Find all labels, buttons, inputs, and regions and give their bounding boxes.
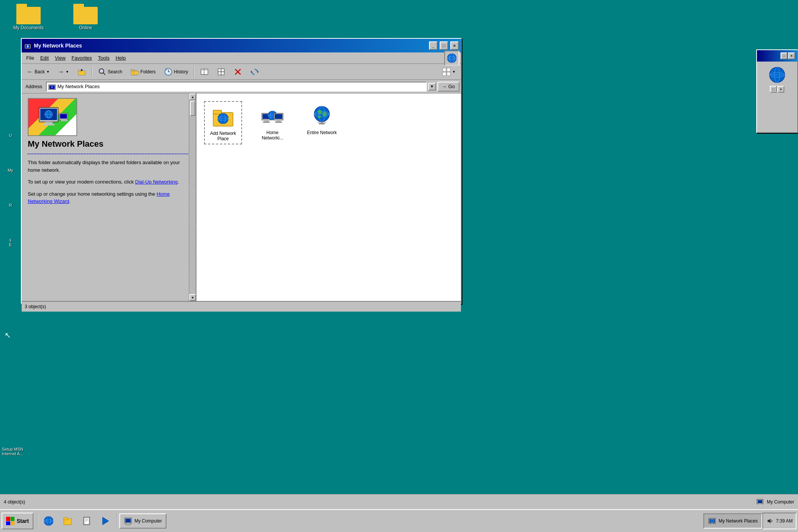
toolbar-sep-2 [194, 66, 195, 77]
stop-button[interactable] [230, 65, 246, 78]
forward-arrow-icon: → [58, 68, 64, 75]
svg-rect-61 [263, 122, 270, 123]
go-button[interactable]: → Go [437, 82, 459, 92]
second-window-buttons: □ × [770, 86, 784, 93]
svg-rect-27 [218, 72, 221, 75]
second-window-btn-1[interactable]: □ [770, 86, 777, 93]
history-button[interactable]: History [160, 65, 192, 78]
panel-description: This folder automatically displays the s… [22, 159, 196, 210]
panel-network-icon-bg [28, 98, 77, 136]
toolbar-btn-extra2[interactable] [213, 65, 229, 78]
address-icon [48, 83, 56, 90]
menu-file[interactable]: File [23, 54, 37, 62]
svg-rect-16 [131, 70, 134, 71]
svg-rect-35 [443, 72, 446, 76]
file-icon-add-network-place[interactable]: Add NetworkPlace [204, 101, 242, 144]
svg-rect-87 [64, 518, 68, 520]
start-label: Start [17, 518, 29, 524]
my-network-places-taskbar-icon [708, 517, 716, 525]
svg-rect-89 [84, 518, 89, 524]
svg-rect-50 [61, 120, 68, 121]
folder-icon [16, 4, 41, 25]
desktop-icon-online[interactable]: Online [68, 4, 103, 30]
svg-rect-28 [221, 72, 224, 75]
add-network-place-icon [211, 104, 235, 128]
start-button[interactable]: Start [2, 513, 33, 529]
second-window-btn-2[interactable]: × [777, 86, 784, 93]
file-icon-entire-network[interactable]: Entire Network [303, 101, 341, 144]
quick-launch-files[interactable] [78, 513, 97, 529]
desktop-icon-online-label: Online [79, 25, 92, 30]
taskbar-my-computer-label: My Computer [135, 518, 162, 524]
desktop-icon-my-documents[interactable]: My Documents [11, 4, 46, 30]
desktop-partial-r: R [0, 203, 21, 207]
stop-icon [234, 68, 242, 76]
file-icon-home-networking[interactable]: Home Networki... [253, 101, 291, 144]
desktop-partial-my: My [0, 168, 21, 173]
taskbar-my-network-places-label: My Network Places [719, 518, 758, 524]
scrollbar-up-arrow[interactable]: ▲ [189, 93, 196, 100]
scrollbar-track[interactable] [189, 100, 196, 294]
svg-point-3 [27, 46, 28, 47]
quick-launch-media[interactable] [97, 513, 116, 529]
menu-edit[interactable]: Edit [37, 54, 52, 62]
media-taskbar-icon [100, 516, 111, 526]
volume-icon[interactable] [766, 517, 774, 525]
svg-point-40 [52, 87, 52, 87]
second-window-close[interactable]: × [788, 52, 795, 59]
desktop-icon-my-documents-label: My Documents [13, 25, 44, 30]
files-taskbar-icon [81, 516, 92, 526]
scrollbar-thumb[interactable] [190, 101, 195, 116]
forward-button[interactable]: → ▼ [54, 65, 73, 78]
svg-rect-26 [221, 69, 224, 72]
search-button[interactable]: Search [94, 65, 126, 78]
panel-desc-3: Set up or change your home networking se… [28, 190, 190, 205]
second-window-content: □ × [757, 62, 797, 132]
maximize-button[interactable]: □ [440, 41, 448, 50]
window-title-icon [24, 42, 32, 49]
desktop-partial-li: liE [0, 238, 21, 247]
svg-rect-96 [127, 523, 130, 524]
taskbar-my-network-places[interactable]: My Network Places [703, 513, 762, 529]
taskbar-my-computer[interactable]: My Computer [119, 513, 166, 529]
panel-desc-2-prefix: To set up or view your modem connections… [28, 179, 135, 185]
quick-launch-ie[interactable] [40, 513, 59, 529]
quick-launch-explorer[interactable] [59, 513, 78, 529]
toolbar-btn-extra1[interactable] [196, 65, 212, 78]
back-button[interactable]: ← Back ▼ [23, 65, 54, 78]
close-button[interactable]: × [450, 41, 459, 50]
address-input-wrapper [46, 82, 427, 92]
view-dropdown-icon: ▼ [452, 70, 456, 74]
up-button[interactable] [74, 65, 90, 78]
menu-tools[interactable]: Tools [95, 54, 112, 62]
panel-network-svg [33, 100, 71, 134]
refresh-button[interactable] [247, 65, 263, 78]
status-text: 3 object(s) [25, 304, 46, 309]
system-time: 7:39 AM [776, 518, 793, 524]
right-panel: Add NetworkPlace [196, 93, 461, 301]
menu-view[interactable]: View [52, 54, 68, 62]
menu-favorites[interactable]: Favorites [68, 54, 95, 62]
address-dropdown-button[interactable]: ▼ [428, 83, 436, 90]
view-button[interactable]: ▼ [439, 65, 459, 78]
toolbar-icon-2 [217, 68, 225, 76]
entire-network-icon [310, 103, 334, 128]
menu-help[interactable]: Help [112, 54, 129, 62]
search-icon [98, 68, 106, 76]
second-window-maximize[interactable]: □ [781, 52, 787, 59]
svg-rect-25 [218, 69, 221, 72]
left-panel-scrollbar[interactable]: ▲ ▼ [189, 93, 196, 301]
address-input[interactable] [57, 84, 424, 89]
second-window-titlebar: □ × [757, 50, 797, 62]
svg-rect-67 [275, 114, 282, 119]
svg-rect-44 [43, 124, 54, 125]
folders-button[interactable]: Folders [127, 65, 160, 78]
desktop-partial-u: U [0, 133, 21, 138]
dialup-networking-link[interactable]: Dial-Up Networking [135, 179, 178, 185]
desktop-status-right: My Computer [756, 498, 794, 506]
main-window: My Network Places _ □ × File Edit View F… [21, 38, 462, 304]
svg-rect-53 [213, 110, 222, 114]
svg-point-13 [100, 70, 103, 73]
minimize-button[interactable]: _ [429, 41, 437, 50]
scrollbar-down-arrow[interactable]: ▼ [189, 294, 196, 301]
